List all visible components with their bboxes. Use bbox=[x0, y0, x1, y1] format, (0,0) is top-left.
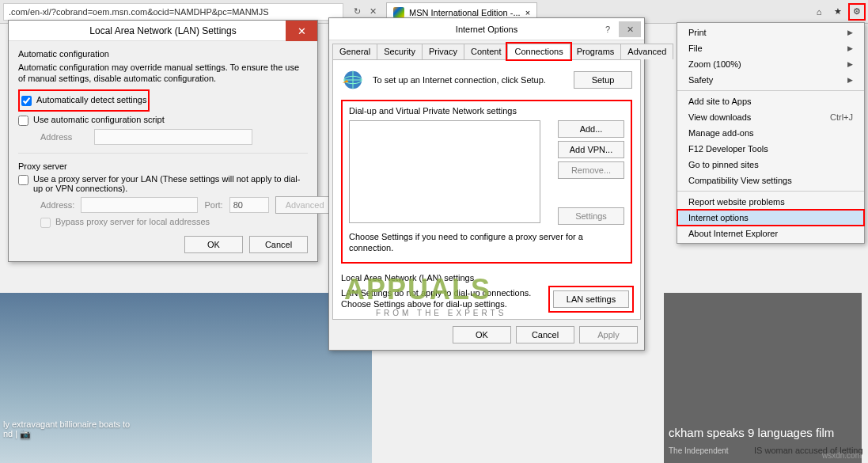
menu-print[interactable]: Print▶ bbox=[677, 25, 864, 40]
lan-close-button[interactable]: ✕ bbox=[286, 21, 317, 41]
lan-ok-button[interactable]: OK bbox=[184, 236, 243, 253]
proxy-advanced-button: Advanced bbox=[275, 196, 334, 214]
proxy-port-label: Port: bbox=[204, 200, 222, 210]
watermark-sub: FROM THE EXPERTS bbox=[376, 309, 506, 317]
chevron-right-icon: ▶ bbox=[847, 76, 853, 84]
url-text: .com/en-xl/?cobrand=oem.msn.com&ocid=NAM… bbox=[9, 7, 269, 17]
hero-left-line1: ly extravagant billionaire boats to bbox=[3, 419, 372, 429]
bypass-input bbox=[40, 218, 51, 228]
globe-icon bbox=[341, 68, 365, 92]
io-title-text: Internet Options bbox=[456, 25, 517, 34]
proxy-address-label: Address: bbox=[40, 200, 74, 210]
proxy-port-input bbox=[229, 197, 269, 213]
auto-detect-input[interactable] bbox=[21, 96, 32, 106]
use-script-label: Use automatic configuration script bbox=[33, 115, 165, 124]
remove-button: Remove... bbox=[558, 161, 624, 179]
chevron-right-icon: ▶ bbox=[847, 60, 853, 68]
lan-cancel-button[interactable]: Cancel bbox=[249, 236, 308, 253]
tab-security[interactable]: Security bbox=[377, 44, 423, 59]
io-cancel-button[interactable]: Cancel bbox=[516, 326, 574, 343]
use-script-input[interactable] bbox=[18, 116, 28, 126]
dialup-heading: Dial-up and Virtual Private Network sett… bbox=[349, 106, 624, 116]
tab-programs[interactable]: Programs bbox=[570, 44, 622, 59]
hero-left-tile[interactable]: ly extravagant billionaire boats to nd |… bbox=[0, 293, 372, 463]
proxy-checkbox[interactable]: Use a proxy server for your LAN (These s… bbox=[18, 174, 308, 193]
menu-about[interactable]: About Internet Explorer bbox=[677, 226, 864, 241]
use-script-checkbox[interactable]: Use automatic configuration script bbox=[18, 115, 308, 126]
tab-content[interactable]: Content bbox=[464, 44, 509, 59]
lan-heading: Local Area Network (LAN) settings bbox=[341, 273, 632, 283]
tab-general[interactable]: General bbox=[332, 44, 377, 59]
chevron-right-icon: ▶ bbox=[847, 44, 853, 52]
menu-internet-options[interactable]: Internet options bbox=[677, 210, 864, 226]
menu-zoom[interactable]: Zoom (100%)▶ bbox=[677, 56, 864, 72]
msn-favicon bbox=[393, 7, 404, 18]
menu-f12[interactable]: F12 Developer Tools bbox=[677, 141, 864, 157]
auto-config-desc: Automatic configuration may override man… bbox=[18, 62, 308, 85]
choose-settings-note: Choose Settings if you need to configure… bbox=[349, 231, 624, 254]
dialup-group: Dial-up and Virtual Private Network sett… bbox=[341, 100, 632, 264]
lan-note: LAN Settings do not apply to dial-up con… bbox=[341, 287, 544, 310]
tab-close-icon[interactable]: × bbox=[525, 8, 530, 17]
chevron-right-icon: ▶ bbox=[847, 28, 853, 36]
hero-right-source: The Independent bbox=[669, 446, 729, 455]
tab-title: MSN International Edition -... bbox=[409, 8, 521, 17]
tools-menu: Print▶ File▶ Zoom (100%)▶ Safety▶ Add si… bbox=[677, 22, 865, 244]
lan-titlebar[interactable]: Local Area Network (LAN) Settings ✕ bbox=[9, 21, 317, 41]
menu-safety[interactable]: Safety▶ bbox=[677, 72, 864, 88]
proxy-heading: Proxy server bbox=[18, 161, 308, 171]
menu-pinned[interactable]: Go to pinned sites bbox=[677, 157, 864, 173]
menu-report[interactable]: Report website problems bbox=[677, 194, 864, 210]
toolbar-right: ⌂ ★ ⚙ bbox=[813, 6, 868, 18]
stop-icon[interactable]: ✕ bbox=[366, 5, 380, 19]
refresh-icon[interactable]: ↻ bbox=[350, 5, 364, 19]
hero-right-tile[interactable]: ckham speaks 9 languages film The Indepe… bbox=[664, 293, 862, 463]
proxy-desc: Use a proxy server for your LAN (These s… bbox=[33, 174, 308, 193]
setup-text: To set up an Internet connection, click … bbox=[373, 75, 566, 85]
lan-title-text: Local Area Network (LAN) Settings bbox=[15, 25, 311, 36]
setup-button[interactable]: Setup bbox=[574, 71, 632, 89]
internet-options-dialog: Internet Options ? ✕ General Security Pr… bbox=[328, 17, 645, 351]
menu-addons[interactable]: Manage add-ons bbox=[677, 125, 864, 141]
hero-right-caption: ckham speaks 9 languages film bbox=[669, 426, 857, 439]
favorites-icon[interactable]: ★ bbox=[832, 6, 844, 18]
io-apply-button: Apply bbox=[579, 326, 638, 343]
tools-gear-icon[interactable]: ⚙ bbox=[851, 6, 863, 18]
io-tabstrip: General Security Privacy Content Connect… bbox=[332, 44, 641, 60]
io-close-button[interactable]: ✕ bbox=[619, 21, 641, 37]
bypass-label: Bypass proxy server for local addresses bbox=[55, 217, 210, 226]
add-button[interactable]: Add... bbox=[558, 120, 624, 138]
tab-connections[interactable]: Connections bbox=[507, 44, 570, 59]
home-icon[interactable]: ⌂ bbox=[813, 6, 825, 18]
nav-controls: ↻ ✕ bbox=[350, 5, 380, 19]
menu-file[interactable]: File▶ bbox=[677, 40, 864, 56]
auto-config-heading: Automatic configuration bbox=[18, 49, 308, 59]
menu-compat[interactable]: Compatibility View settings bbox=[677, 173, 864, 188]
bypass-checkbox: Bypass proxy server for local addresses bbox=[40, 217, 308, 228]
lan-settings-button[interactable]: LAN settings bbox=[553, 290, 629, 308]
auto-detect-checkbox[interactable]: Automatically detect settings bbox=[21, 95, 146, 106]
hero-left-line2: nd | 📷 bbox=[3, 429, 372, 439]
script-address-label: Address bbox=[40, 132, 88, 142]
tab-privacy[interactable]: Privacy bbox=[422, 44, 464, 59]
script-address-input bbox=[94, 129, 252, 145]
tab-advanced[interactable]: Advanced bbox=[620, 44, 673, 59]
proxy-address-input bbox=[81, 197, 198, 213]
lan-settings-dialog: Local Area Network (LAN) Settings ✕ Auto… bbox=[8, 20, 318, 262]
connections-listbox[interactable] bbox=[349, 120, 540, 223]
io-ok-button[interactable]: OK bbox=[453, 326, 511, 343]
conn-settings-button: Settings bbox=[558, 207, 624, 225]
menu-add-site[interactable]: Add site to Apps bbox=[677, 93, 864, 109]
add-vpn-button[interactable]: Add VPN... bbox=[558, 141, 624, 158]
address-bar[interactable]: .com/en-xl/?cobrand=oem.msn.com&ocid=NAM… bbox=[3, 3, 343, 21]
io-help-button[interactable]: ? bbox=[600, 21, 616, 37]
io-titlebar[interactable]: Internet Options ? ✕ bbox=[329, 18, 644, 40]
watermark-corner: wsxdn.com bbox=[822, 451, 862, 460]
auto-detect-label: Automatically detect settings bbox=[36, 95, 146, 104]
menu-downloads[interactable]: View downloadsCtrl+J bbox=[677, 109, 864, 125]
proxy-input[interactable] bbox=[18, 175, 28, 185]
